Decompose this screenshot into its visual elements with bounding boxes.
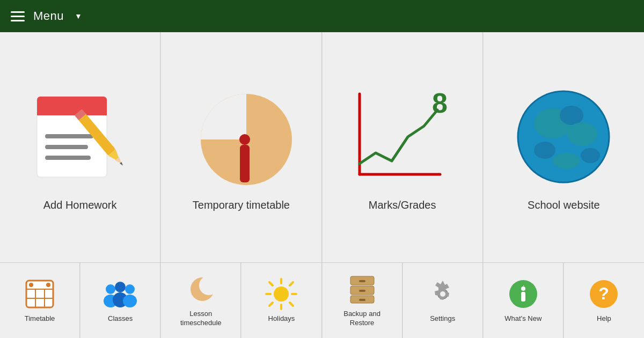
svg-line-45 (269, 282, 273, 285)
backup-restore-icon (346, 273, 378, 305)
svg-rect-52 (359, 280, 365, 282)
settings-icon (427, 278, 459, 310)
svg-point-57 (440, 291, 445, 297)
lesson-timeschedule-icon (185, 273, 217, 305)
svg-point-61 (521, 286, 525, 291)
svg-line-48 (269, 303, 273, 306)
svg-point-30 (29, 283, 33, 287)
svg-text:8: 8 (432, 87, 448, 119)
add-homework-card[interactable]: Add Homework (0, 32, 160, 262)
bottom-bar: Timetable Classes (0, 263, 644, 338)
whats-new-item[interactable]: i What's New (484, 263, 564, 338)
app-header: Menu ▼ (0, 0, 644, 32)
hamburger-menu-icon[interactable] (11, 11, 25, 21)
svg-rect-60 (521, 292, 525, 302)
school-website-icon (510, 83, 617, 190)
svg-point-37 (123, 295, 137, 307)
svg-rect-54 (359, 299, 365, 301)
help-label: Help (597, 314, 611, 324)
add-homework-icon (26, 83, 134, 190)
whats-new-icon: i (507, 278, 539, 310)
svg-rect-4 (45, 145, 88, 149)
svg-point-21 (534, 142, 555, 159)
main-grid: Add Homework Temporary timetable (0, 32, 644, 263)
svg-point-39 (199, 276, 218, 295)
temporary-timetable-card[interactable]: Temporary timetable (161, 32, 321, 262)
svg-point-22 (553, 153, 580, 169)
lesson-timeschedule-label: Lesson timeschedule (180, 310, 222, 328)
lesson-timeschedule-item[interactable]: Lesson timeschedule (161, 263, 241, 338)
whats-new-label: What's New (504, 314, 541, 324)
help-item[interactable]: ? Help (564, 263, 644, 338)
svg-point-40 (274, 286, 289, 302)
svg-rect-53 (359, 290, 365, 292)
svg-point-19 (560, 106, 583, 125)
add-homework-label: Add Homework (43, 199, 117, 211)
classes-label: Classes (108, 314, 133, 324)
svg-point-23 (581, 148, 600, 163)
classes-icon (104, 278, 136, 310)
settings-item[interactable]: Settings (403, 263, 483, 338)
svg-text:?: ? (599, 284, 610, 303)
timetable-icon (24, 278, 56, 310)
holidays-label: Holidays (268, 314, 295, 324)
marks-grades-icon: 8 (349, 83, 456, 190)
school-website-label: School website (528, 199, 600, 211)
timetable-item[interactable]: Timetable (0, 263, 80, 338)
svg-point-31 (46, 283, 50, 287)
help-icon: ? (588, 278, 620, 310)
backup-restore-label: Backup and Restore (343, 310, 380, 328)
svg-line-47 (290, 282, 293, 285)
holidays-item[interactable]: Holidays (241, 263, 321, 338)
dropdown-arrow-icon[interactable]: ▼ (75, 12, 82, 20)
svg-line-46 (290, 303, 293, 306)
svg-point-32 (106, 284, 115, 294)
temporary-timetable-label: Temporary timetable (193, 199, 290, 211)
marks-grades-label: Marks/Grades (369, 199, 436, 211)
svg-rect-3 (45, 134, 93, 138)
settings-label: Settings (430, 314, 455, 324)
temporary-timetable-icon (187, 83, 295, 190)
svg-point-34 (115, 282, 126, 292)
svg-point-13 (239, 134, 250, 145)
svg-point-36 (125, 284, 135, 294)
header-title: Menu (33, 9, 64, 23)
backup-restore-item[interactable]: Backup and Restore (323, 263, 402, 338)
school-website-card[interactable]: School website (484, 32, 644, 262)
classes-item[interactable]: Classes (80, 263, 160, 338)
holidays-icon (265, 278, 297, 310)
svg-rect-12 (240, 145, 250, 182)
svg-rect-2 (37, 108, 107, 115)
svg-point-20 (567, 122, 597, 146)
marks-grades-card[interactable]: 8 Marks/Grades (323, 32, 483, 262)
svg-rect-5 (45, 156, 91, 160)
timetable-label: Timetable (25, 314, 55, 324)
